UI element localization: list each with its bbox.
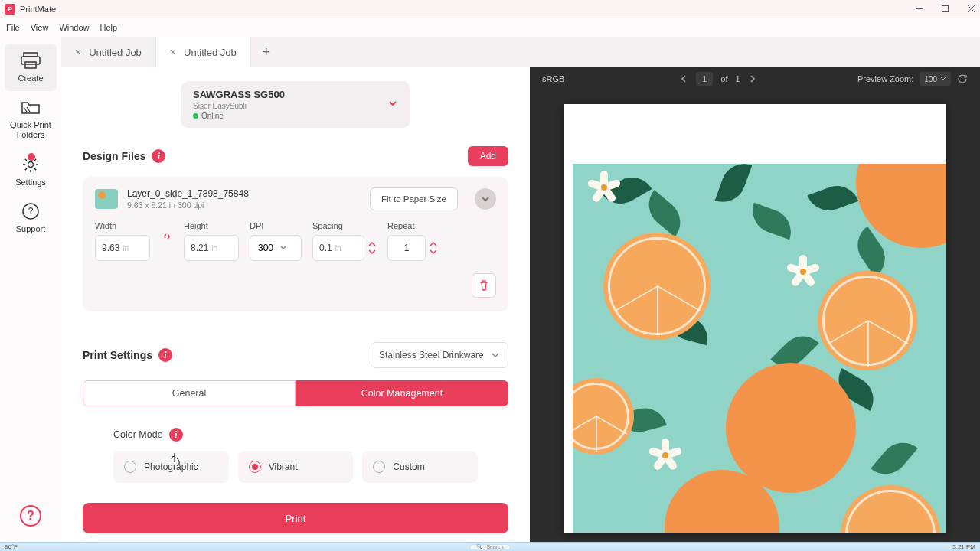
maximize-button[interactable] xyxy=(940,5,949,14)
close-button[interactable] xyxy=(966,5,975,14)
app-icon: P xyxy=(5,4,15,15)
rail-quick-label: Quick Print Folders xyxy=(10,120,51,140)
info-icon[interactable]: i xyxy=(169,428,183,442)
expand-toggle[interactable] xyxy=(475,188,496,210)
rail-quick-print[interactable]: Quick Print Folders xyxy=(7,91,54,148)
printer-status: Online xyxy=(193,112,285,120)
width-label: Width xyxy=(95,221,150,230)
weather-widget[interactable]: 86°F xyxy=(5,543,18,550)
menu-help[interactable]: Help xyxy=(100,23,118,32)
svg-text:?: ? xyxy=(28,206,34,217)
page-total: 1 xyxy=(736,74,740,83)
trash-icon xyxy=(478,279,490,292)
prev-page-button[interactable] xyxy=(679,74,688,83)
zoom-select[interactable]: 100 xyxy=(920,72,951,86)
rail-support-label: Support xyxy=(16,224,46,234)
menu-bar: File View Window Help xyxy=(0,18,980,37)
rail-create-label: Create xyxy=(18,73,43,83)
spacing-stepper[interactable] xyxy=(368,240,377,256)
tab-close-icon[interactable]: × xyxy=(170,46,176,58)
menu-file[interactable]: File xyxy=(6,23,20,32)
width-input[interactable]: 9.63in xyxy=(95,235,150,261)
paper-preview xyxy=(564,104,946,533)
next-page-button[interactable] xyxy=(748,74,757,83)
minimize-button[interactable] xyxy=(914,5,923,14)
taskbar-search[interactable]: 🔍 Search xyxy=(469,544,510,550)
rail-create[interactable]: Create xyxy=(5,44,57,91)
printer-name: SAWGRASS SG500 xyxy=(193,89,285,100)
substrate-select[interactable]: Stainless Steel Drinkware xyxy=(371,342,508,368)
help-bubble-button[interactable]: ? xyxy=(20,505,41,527)
rail-settings[interactable]: Settings xyxy=(12,148,49,195)
new-tab-button[interactable]: + xyxy=(251,37,282,67)
rail-settings-label: Settings xyxy=(15,178,46,187)
info-icon[interactable]: i xyxy=(152,149,165,163)
spacing-label: Spacing xyxy=(312,221,377,230)
svg-point-7 xyxy=(28,161,34,167)
print-settings-card: Print Settings i Stainless Steel Drinkwa… xyxy=(83,325,508,533)
color-mode-photographic[interactable]: Photographic xyxy=(113,451,229,483)
fit-to-paper-button[interactable]: Fit to Paper Size xyxy=(370,187,458,210)
spacing-input[interactable]: 0.1in xyxy=(312,235,364,261)
folder-icon xyxy=(19,99,42,116)
chevron-up-icon[interactable] xyxy=(429,240,438,248)
print-settings-heading: Print Settings xyxy=(83,349,152,361)
chevron-down-icon[interactable] xyxy=(429,248,438,256)
menu-window[interactable]: Window xyxy=(59,23,89,32)
height-input[interactable]: 8.21in xyxy=(184,235,239,261)
preview-toolbar: sRGB 1 of 1 Preview Zoom: 100 xyxy=(530,67,980,90)
repeat-label: Repeat xyxy=(387,221,438,230)
chevron-down-icon xyxy=(387,98,398,112)
svg-rect-6 xyxy=(25,62,36,68)
taskbar-clock[interactable]: 3:21 PM xyxy=(952,543,975,550)
add-button[interactable]: Add xyxy=(468,146,508,166)
tab-label: Untitled Job xyxy=(184,47,237,58)
printer-media: Siser EasySubli xyxy=(193,102,285,110)
design-files-heading: Design Files xyxy=(83,150,145,162)
tab-general[interactable]: General xyxy=(83,380,296,406)
radio-icon xyxy=(373,461,385,473)
delete-button[interactable] xyxy=(472,273,496,298)
info-icon[interactable]: i xyxy=(158,348,172,362)
radio-icon xyxy=(124,461,136,473)
preview-canvas[interactable] xyxy=(530,90,980,542)
document-tab[interactable]: × Untitled Job xyxy=(61,37,156,67)
color-mode-vibrant[interactable]: Vibrant xyxy=(238,451,354,483)
design-file-card: Layer_0_side_1_7898_75848 9.63 x 8.21 in… xyxy=(83,177,508,311)
chevron-up-icon[interactable] xyxy=(368,240,377,248)
svg-rect-1 xyxy=(942,6,948,12)
tab-row: × Untitled Job × Untitled Job + xyxy=(61,37,980,67)
title-bar: P PrintMate xyxy=(0,0,980,18)
tab-close-icon[interactable]: × xyxy=(75,46,81,58)
repeat-input[interactable]: 1 xyxy=(387,235,426,261)
page-number[interactable]: 1 xyxy=(696,72,713,86)
chevron-down-icon xyxy=(491,350,500,360)
tab-label: Untitled Job xyxy=(89,47,142,58)
refresh-icon[interactable] xyxy=(957,73,968,84)
help-icon: ? xyxy=(19,203,42,220)
link-dimensions-icon[interactable] xyxy=(161,230,173,246)
menu-view[interactable]: View xyxy=(31,23,49,32)
dpi-select[interactable]: 300 xyxy=(250,235,302,261)
file-dimensions: 9.63 x 8.21 in 300 dpi xyxy=(127,201,249,210)
file-name: Layer_0_side_1_7898_75848 xyxy=(127,188,249,199)
notification-badge xyxy=(28,153,35,161)
dpi-label: DPI xyxy=(250,221,302,230)
rail-support[interactable]: ? Support xyxy=(13,195,49,242)
printer-selector[interactable]: SAWGRASS SG500 Siser EasySubli Online xyxy=(181,81,410,128)
print-button[interactable]: Print xyxy=(83,503,508,533)
height-label: Height xyxy=(184,221,239,230)
settings-tabs: General Color Management xyxy=(83,380,508,406)
color-profile-label: sRGB xyxy=(542,74,564,83)
settings-panel: SAWGRASS SG500 Siser EasySubli Online De… xyxy=(61,67,530,542)
preview-pane: sRGB 1 of 1 Preview Zoom: 100 xyxy=(530,67,980,542)
tab-color-management[interactable]: Color Management xyxy=(296,380,508,406)
left-rail: Create Quick Print Folders Settings ? Su… xyxy=(0,37,61,542)
windows-taskbar[interactable]: 86°F 🔍 Search 3:21 PM xyxy=(0,542,980,551)
document-tab[interactable]: × Untitled Job xyxy=(156,37,251,67)
app-title: PrintMate xyxy=(20,5,56,14)
radio-icon xyxy=(249,461,261,473)
chevron-down-icon[interactable] xyxy=(368,248,377,256)
color-mode-custom[interactable]: Custom xyxy=(362,451,478,483)
repeat-stepper[interactable] xyxy=(429,240,438,256)
